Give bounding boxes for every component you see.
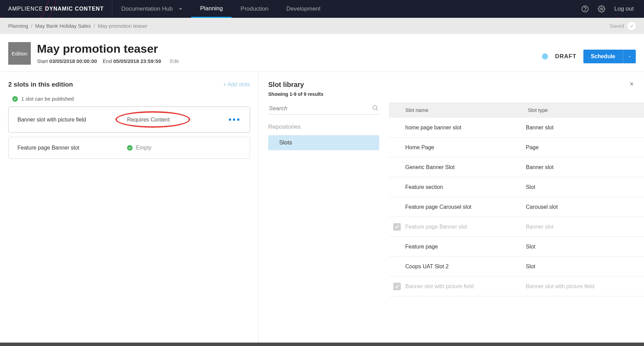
nav-right: Log out [581, 5, 644, 13]
edition-times: Start 03/05/2018 00:00:00 End 05/05/2018… [37, 58, 179, 64]
publish-note: 1 slot can be published [8, 96, 250, 102]
row-slot-name: home page banner slot [405, 125, 526, 131]
title-actions: DRAFT Schedule [542, 42, 636, 63]
gear-icon[interactable] [598, 5, 605, 13]
search-input-wrap [268, 102, 379, 115]
library-result-count: Showing 1-9 of 9 results [259, 90, 644, 102]
nav-documentation-hub[interactable]: Documentation Hub [112, 0, 191, 18]
nav-development[interactable]: Development [277, 0, 330, 18]
row-slot-type: Banner slot [526, 164, 644, 170]
row-slot-name: Generic Banner Slot [405, 164, 526, 170]
table-row[interactable]: Generic Banner SlotBanner slot [389, 157, 644, 177]
row-slot-type: Banner slot [526, 125, 644, 131]
library-title: Slot library [268, 81, 304, 89]
slot-status: Requires Content [127, 117, 170, 123]
edition-slots-panel: 2 slots in this edition + Add slots 1 sl… [0, 72, 259, 343]
table-row[interactable]: Coops UAT Slot 2Slot [389, 257, 644, 277]
row-slot-type: Slot [526, 244, 644, 250]
slot-status-text: Empty [136, 145, 151, 151]
schedule-dropdown-button[interactable] [623, 50, 636, 63]
slot-name: Feature page Banner slot [17, 145, 127, 151]
breadcrumb: Planning / May Bank Holiday Sales / May … [0, 18, 644, 34]
row-slot-name: Coops UAT Slot 2 [405, 264, 526, 270]
edition-slot-card[interactable]: Banner slot with picture field Requires … [8, 106, 250, 133]
edit-times-link[interactable]: Edit [170, 58, 179, 64]
table-row[interactable]: Feature page Banner slotBanner slot [389, 217, 644, 237]
repositories-label: Repositories [268, 124, 379, 130]
crumb-sep: / [94, 23, 95, 29]
row-slot-name: Home Page [405, 144, 526, 151]
edition-slot-card[interactable]: Feature page Banner slot Empty [8, 137, 250, 159]
check-icon [628, 22, 636, 30]
page-title: May promotion teaser [37, 42, 179, 55]
crumb-current: May promotion teaser [98, 23, 147, 29]
table-header: Slot name Slot type [389, 102, 644, 118]
table-row[interactable]: Home PagePage [389, 138, 644, 157]
repository-slots[interactable]: Slots [268, 135, 379, 150]
search-input[interactable] [269, 105, 372, 112]
end-label: End [103, 58, 112, 64]
slot-status: Empty [127, 145, 151, 151]
row-slot-type: Slot [526, 264, 644, 270]
title-bar: Edition May promotion teaser Start 03/05… [0, 34, 644, 72]
row-slot-name: Banner slot with picture field [405, 283, 526, 290]
start-label: Start [37, 58, 48, 64]
top-nav: AMPLIENCE DYNAMIC CONTENT Documentation … [0, 0, 644, 18]
add-slots-link[interactable]: + Add slots [223, 81, 250, 88]
nav-production[interactable]: Production [232, 0, 277, 18]
check-icon [127, 145, 133, 151]
nav-center: Documentation Hub Planning Production De… [112, 0, 330, 18]
slot-library-panel: Slot library Showing 1-9 of 9 results Re… [259, 72, 644, 343]
saved-label: Saved [609, 23, 624, 29]
table-row[interactable]: Feature pageSlot [389, 237, 644, 257]
svg-point-1 [585, 10, 585, 11]
library-table: Slot name Slot type home page banner slo… [389, 102, 644, 343]
slot-status-text: Requires Content [127, 117, 170, 123]
logout-link[interactable]: Log out [614, 5, 634, 12]
table-row[interactable]: home page banner slotBanner slot [389, 118, 644, 138]
nav-planning[interactable]: Planning [191, 0, 232, 18]
edition-chip: Edition [8, 42, 31, 65]
row-slot-type: Slot [526, 184, 644, 190]
saved-indicator: Saved [609, 22, 636, 30]
caret-down-icon [628, 54, 632, 59]
window-chrome-bottom [0, 343, 644, 346]
brand-logo: AMPLIENCE DYNAMIC CONTENT [0, 0, 112, 18]
schedule-button[interactable]: Schedule [583, 50, 623, 63]
table-row[interactable]: Feature sectionSlot [389, 177, 644, 197]
row-slot-type: Banner slot [526, 224, 644, 230]
slot-more-menu[interactable]: ••• [228, 114, 241, 125]
help-icon[interactable] [581, 5, 589, 13]
search-icon [372, 104, 379, 112]
table-row[interactable]: Banner slot with picture fieldBanner slo… [389, 277, 644, 296]
start-value: 03/05/2018 00:00:00 [49, 58, 97, 64]
svg-point-2 [601, 8, 603, 10]
row-slot-type: Carousel slot [526, 204, 644, 210]
publish-note-text: 1 slot can be published [21, 96, 74, 102]
crumb-event[interactable]: May Bank Holiday Sales [35, 23, 91, 29]
th-slot-type: Slot type [526, 107, 644, 113]
row-slot-type: Page [526, 144, 644, 151]
brand-text-a: AMPLIENCE [8, 6, 43, 12]
row-slot-name: Feature page Carousel slot [405, 204, 526, 210]
crumb-planning[interactable]: Planning [8, 23, 28, 29]
slots-heading: 2 slots in this edition [8, 81, 73, 88]
end-value: 05/05/2018 23:59:59 [113, 58, 161, 64]
row-slot-type: Banner slot with picture field [526, 283, 644, 290]
svg-point-5 [373, 105, 377, 110]
checkbox-checked-icon[interactable] [393, 283, 401, 290]
main-split: 2 slots in this edition + Add slots 1 sl… [0, 72, 644, 343]
status-label: DRAFT [555, 53, 577, 60]
th-slot-name: Slot name [389, 107, 526, 113]
close-icon[interactable] [629, 81, 634, 88]
table-row[interactable]: Feature page Carousel slotCarousel slot [389, 197, 644, 217]
title-block: May promotion teaser Start 03/05/2018 00… [37, 42, 179, 64]
svg-line-6 [376, 109, 378, 111]
crumb-sep: / [31, 23, 32, 29]
row-slot-name: Feature section [405, 184, 526, 190]
checkbox-checked-icon[interactable] [393, 223, 401, 231]
slot-name: Banner slot with picture field [17, 117, 127, 123]
check-icon [12, 96, 18, 102]
library-filter-column: Repositories Slots [259, 102, 389, 343]
row-slot-name: Feature page [405, 244, 526, 250]
